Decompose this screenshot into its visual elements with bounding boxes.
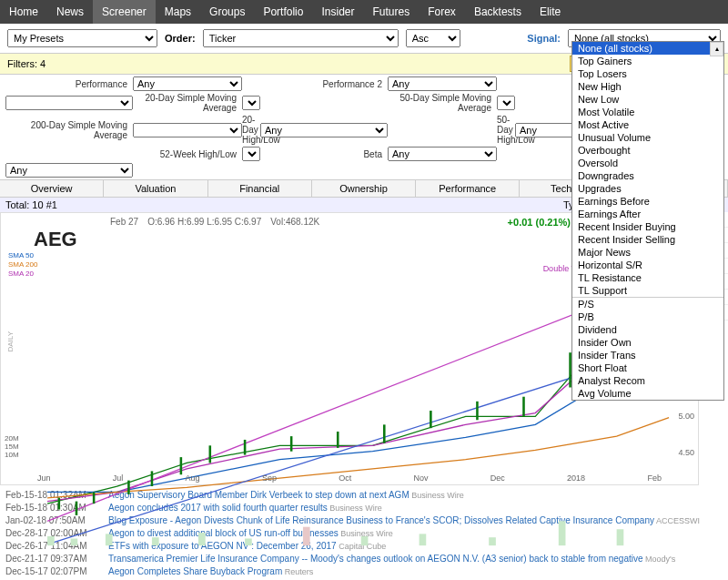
signal-option[interactable]: Recent Insider Buying bbox=[572, 220, 723, 233]
total-count: Total: 10 #1 bbox=[5, 199, 57, 210]
svg-rect-23 bbox=[152, 537, 159, 545]
filter-label: 20-Day Simple Moving Average bbox=[133, 93, 242, 113]
order-label: Order: bbox=[165, 33, 196, 44]
svg-rect-30 bbox=[559, 521, 566, 545]
signal-option[interactable]: New High bbox=[572, 80, 723, 93]
svg-rect-31 bbox=[617, 529, 624, 545]
filter-label: 50-Day High/Low bbox=[497, 115, 515, 145]
nav-forex[interactable]: Forex bbox=[419, 0, 465, 24]
signal-label: Signal: bbox=[527, 33, 561, 44]
signal-option[interactable]: Unusual Volume bbox=[572, 131, 723, 144]
svg-rect-25 bbox=[245, 538, 252, 545]
signal-option[interactable]: Downgrades bbox=[572, 169, 723, 182]
signal-option[interactable]: Earnings After bbox=[572, 208, 723, 220]
volume-axis: 20M15M10M bbox=[5, 434, 19, 459]
signal-option[interactable]: Horizontal S/R bbox=[572, 259, 723, 271]
svg-rect-22 bbox=[106, 534, 113, 545]
signal-option[interactable]: Most Volatile bbox=[572, 106, 723, 118]
filter-label: 20-Day High/Low bbox=[242, 115, 260, 145]
filter-select[interactable]: Any bbox=[242, 96, 260, 110]
svg-rect-24 bbox=[198, 533, 206, 545]
nav-insider[interactable]: Insider bbox=[312, 0, 363, 24]
filter-select[interactable]: Any bbox=[260, 123, 388, 137]
filter-select[interactable]: Any bbox=[497, 96, 515, 110]
view-tab-performance[interactable]: Performance bbox=[416, 180, 520, 197]
signal-option[interactable]: New Low bbox=[572, 93, 723, 106]
filter-label: Performance 2 bbox=[260, 79, 388, 89]
filter-select[interactable]: Any bbox=[5, 163, 133, 178]
signal-option[interactable]: Top Losers bbox=[572, 67, 723, 80]
view-tab-financial[interactable]: Financial bbox=[208, 180, 312, 197]
signal-option[interactable]: None (all stocks) bbox=[572, 42, 723, 55]
order-dir-select[interactable]: Asc bbox=[406, 29, 460, 47]
nav-portfolio[interactable]: Portfolio bbox=[254, 0, 312, 24]
signal-option[interactable]: Upgrades bbox=[572, 182, 723, 195]
view-tab-valuation[interactable]: Valuation bbox=[104, 180, 207, 197]
filter-label: 52-Week High/Low bbox=[133, 149, 242, 159]
filter-select[interactable]: Any bbox=[133, 76, 242, 91]
scrollbar-up-icon[interactable]: ▴ bbox=[710, 42, 723, 56]
signal-option[interactable]: Analyst Recom bbox=[572, 374, 723, 387]
svg-rect-29 bbox=[489, 537, 496, 545]
signal-option[interactable]: TL Resistance bbox=[572, 271, 723, 284]
news-source: Reuters bbox=[282, 567, 313, 576]
signal-option[interactable]: Recent Insider Selling bbox=[572, 233, 723, 246]
signal-option[interactable]: Insider Trans bbox=[572, 349, 723, 361]
svg-rect-20 bbox=[47, 536, 55, 545]
signal-option[interactable]: Major News bbox=[572, 246, 723, 259]
filter-label: 200-Day Simple Moving Average bbox=[5, 120, 133, 140]
signal-option[interactable]: Oversold bbox=[572, 157, 723, 169]
news-row: Dec-15-17 02:07PMAegon Completes Share B… bbox=[5, 565, 723, 578]
signal-option[interactable]: Most Active bbox=[572, 118, 723, 131]
news-title[interactable]: Aegon Completes Share Buyback Program bbox=[108, 566, 282, 576]
filter-select[interactable]: Any bbox=[388, 76, 497, 91]
nav-groups[interactable]: Groups bbox=[200, 0, 254, 24]
signal-option[interactable]: Earnings Before bbox=[572, 195, 723, 208]
signal-option[interactable]: Dividend bbox=[572, 323, 723, 336]
signal-option[interactable]: P/B bbox=[572, 310, 723, 323]
nav-news[interactable]: News bbox=[47, 0, 93, 24]
view-tab-overview[interactable]: Overview bbox=[0, 180, 104, 197]
nav-screener[interactable]: Screener bbox=[93, 0, 156, 24]
nav-elite[interactable]: Elite bbox=[531, 0, 570, 24]
filter-select[interactable] bbox=[133, 123, 242, 137]
view-tab-ownership[interactable]: Ownership bbox=[312, 180, 416, 197]
nav-backtests[interactable]: Backtests bbox=[465, 0, 531, 24]
filter-label: Beta bbox=[260, 149, 388, 159]
filter-select[interactable]: Any bbox=[388, 147, 497, 161]
signal-option[interactable]: Avg Volume bbox=[572, 387, 723, 400]
signal-option[interactable]: Top Gainers bbox=[572, 55, 723, 67]
signal-option[interactable]: Short Float bbox=[572, 361, 723, 374]
nav-futures[interactable]: Futures bbox=[364, 0, 420, 24]
x-axis: JunJulAugSepOctNovDec2018Feb bbox=[37, 473, 662, 483]
filter-select[interactable] bbox=[5, 96, 133, 110]
filter-label: Performance bbox=[5, 79, 133, 89]
nav-maps[interactable]: Maps bbox=[156, 0, 200, 24]
order-field-select[interactable]: Ticker bbox=[203, 29, 399, 47]
nav-home[interactable]: Home bbox=[0, 0, 47, 24]
filter-select[interactable] bbox=[242, 147, 260, 161]
svg-rect-28 bbox=[420, 534, 427, 545]
svg-rect-26 bbox=[303, 527, 310, 545]
filters-count: Filters: 4 bbox=[7, 58, 46, 69]
filter-label: 50-Day Simple Moving Average bbox=[388, 93, 497, 113]
signal-option[interactable]: Insider Own bbox=[572, 336, 723, 349]
signal-option[interactable]: P/S bbox=[572, 298, 723, 310]
signal-option[interactable]: Overbought bbox=[572, 144, 723, 157]
main-navbar: HomeNewsScreenerMapsGroupsPortfolioInsid… bbox=[0, 0, 728, 24]
svg-rect-27 bbox=[361, 536, 369, 545]
news-timestamp: Dec-15-17 02:07PM bbox=[5, 565, 101, 578]
signal-option[interactable]: TL Support bbox=[572, 284, 723, 297]
preset-select[interactable]: My Presets bbox=[7, 29, 157, 47]
svg-rect-21 bbox=[71, 538, 78, 545]
signal-dropdown[interactable]: ▴ None (all stocks)Top GainersTop Losers… bbox=[571, 41, 724, 401]
